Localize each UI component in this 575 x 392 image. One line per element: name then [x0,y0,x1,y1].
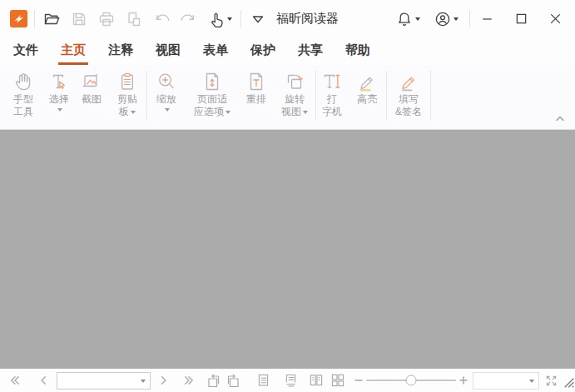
tab-protect[interactable]: 保护 [248,37,278,65]
page-number-combobox[interactable] [57,372,151,390]
hand-mode-dropdown-caret-icon[interactable] [227,17,232,21]
status-bar [0,369,575,392]
undo-button [153,11,170,27]
titlebar-right-controls [396,10,562,27]
app-title: 福昕阅读器 [276,11,339,27]
facing-view-button[interactable] [310,374,323,387]
facing-continuous-view-button[interactable] [331,374,345,387]
tab-comment[interactable]: 注释 [106,37,136,65]
titlebar-divider [240,10,241,27]
notifications-button[interactable] [396,11,420,27]
typewriter-icon [321,69,343,93]
select-text-icon [48,69,70,93]
page-fit-icon [201,69,223,93]
first-page-button[interactable] [8,374,22,387]
print-button [98,11,115,27]
hand-tool-icon [12,69,34,93]
open-file-button[interactable] [43,11,60,27]
fill-sign-button[interactable]: 填写&签名 [387,69,430,118]
select-dropdown-caret-icon [57,108,62,112]
next-page-button[interactable] [159,374,169,387]
highlight-icon [356,69,378,93]
rotate-view-button[interactable]: 旋转视图 [274,69,315,118]
tab-file[interactable]: 文件 [11,37,41,65]
tab-form[interactable]: 表单 [201,37,230,65]
zoom-button[interactable]: 缩放 [147,69,186,112]
last-page-button[interactable] [182,374,196,387]
redo-button [181,11,197,27]
clipboard-dropdown-caret-icon [131,111,136,114]
typewriter-button[interactable]: 打字机 [316,69,348,118]
title-bar: 福昕阅读器 [0,0,575,37]
rotate-view-dropdown-caret-icon [303,111,308,114]
fullscreen-button[interactable] [545,375,558,387]
tab-share[interactable]: 共享 [295,37,325,65]
continuous-view-button[interactable] [285,374,296,387]
snapshot-icon [81,69,102,93]
zoom-dropdown-caret-icon [165,108,170,112]
zoom-out-button[interactable] [354,376,363,385]
foxit-logo-icon [10,10,27,27]
close-button[interactable] [549,12,562,25]
quick-access-toolbar [43,11,232,27]
snapshot-button[interactable]: 截图 [75,69,108,106]
reflow-button[interactable]: 重排 [239,69,274,106]
zoom-slider-thumb[interactable] [406,375,417,386]
zoom-percent-combobox[interactable] [473,372,539,390]
hand-tool-button[interactable]: 手型工具 [3,69,43,118]
previous-view-button[interactable] [206,374,221,388]
zoom-in-icon [156,69,177,93]
next-view-button[interactable] [226,374,240,388]
ribbon-tab-bar: 文件 主页 注释 视图 表单 保护 共享 帮助 [0,37,575,65]
document-area [0,130,575,369]
rotate-view-icon [284,69,305,93]
account-button[interactable] [434,11,459,27]
page-fit-dropdown-caret-icon [226,111,230,114]
highlight-button[interactable]: 高亮 [348,69,386,106]
account-dropdown-caret-icon[interactable] [454,17,459,21]
export-pdf-button [126,11,142,27]
titlebar-divider [34,10,35,27]
ribbon-toolbar: 手型工具 选择 截图 [0,65,575,130]
page-number-input[interactable] [57,373,150,389]
save-button [71,11,87,27]
titlebar-divider [469,10,470,27]
zoom-in-button[interactable] [459,376,468,385]
hand-mode-button[interactable] [208,11,232,27]
previous-page-button[interactable] [38,374,48,387]
tab-home[interactable]: 主页 [58,37,88,65]
foxit-reader-window: 福昕阅读器 [0,0,575,392]
zoom-slider[interactable] [366,380,456,381]
notifications-dropdown-caret-icon[interactable] [415,17,420,21]
toolbar-collapse-chevron-icon[interactable] [251,12,265,26]
zoom-percent-dropdown-caret-icon[interactable] [529,380,534,383]
select-tool-button[interactable]: 选择 [43,69,75,112]
tab-view[interactable]: 视图 [153,37,183,65]
clipboard-icon [116,69,138,93]
clipboard-button[interactable]: 剪贴板 [108,69,146,118]
window-resize-grip[interactable] [563,376,574,391]
collapse-ribbon-button[interactable] [555,111,565,126]
tab-help[interactable]: 帮助 [343,37,373,65]
maximize-button[interactable] [515,12,528,25]
single-page-view-button[interactable] [258,374,269,387]
minimize-button[interactable] [481,12,493,25]
fill-sign-icon [398,69,419,93]
reflow-icon [245,69,267,93]
ribbon-group-divider [430,71,431,121]
page-fit-options-button[interactable]: 页面适应选项 [186,69,239,118]
page-number-dropdown-caret-icon[interactable] [141,380,146,383]
